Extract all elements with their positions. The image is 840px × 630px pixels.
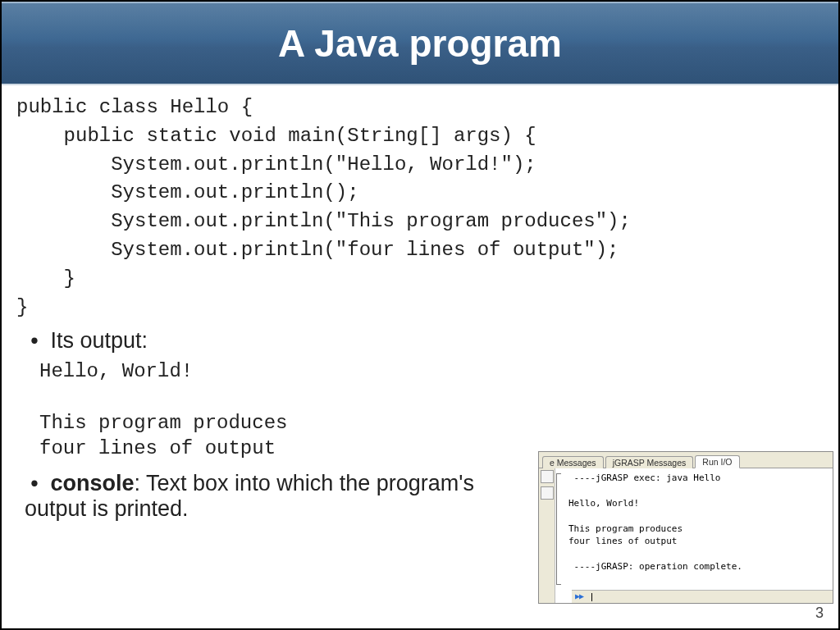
jgrasp-body: ----jGRASP exec: java Hello Hello, World… — [539, 468, 833, 603]
slide-title: A Java program — [2, 2, 838, 85]
jgrasp-panel: e Messages jGRASP Messages Run I/O ----j… — [538, 451, 833, 604]
jgrasp-tabstrip: e Messages jGRASP Messages Run I/O — [539, 452, 833, 468]
jgrasp-bottombar: ▶▶ — [572, 590, 833, 603]
jgrasp-console-text: ----jGRASP exec: java Hello Hello, World… — [568, 472, 828, 573]
slide: A Java program public class Hello { publ… — [0, 0, 840, 630]
tab-messages[interactable]: e Messages — [542, 456, 604, 468]
bullet-output-label: Its output: — [51, 328, 148, 353]
gutter-button[interactable] — [541, 486, 554, 500]
console-term: console — [51, 471, 135, 495]
bracket-icon — [556, 473, 561, 585]
tab-run-io[interactable]: Run I/O — [695, 455, 739, 468]
play-icon[interactable]: ▶▶ — [575, 591, 583, 603]
bullet-output: • Its output: — [25, 328, 824, 354]
jgrasp-console: ----jGRASP exec: java Hello Hello, World… — [555, 468, 833, 603]
bullet-console: • console: Text box into which the progr… — [25, 471, 484, 522]
page-number: 3 — [815, 605, 824, 622]
jgrasp-gutter — [539, 468, 555, 603]
code-block: public class Hello { public static void … — [16, 94, 824, 322]
bullet-dot-icon: • — [25, 328, 44, 354]
caret-icon — [591, 593, 592, 601]
output-block: Hello, World! This program produces four… — [39, 358, 824, 461]
gutter-button[interactable] — [541, 470, 554, 483]
tab-jgrasp-messages[interactable]: jGRASP Messages — [605, 456, 694, 468]
bullet-dot-icon: • — [25, 471, 44, 496]
